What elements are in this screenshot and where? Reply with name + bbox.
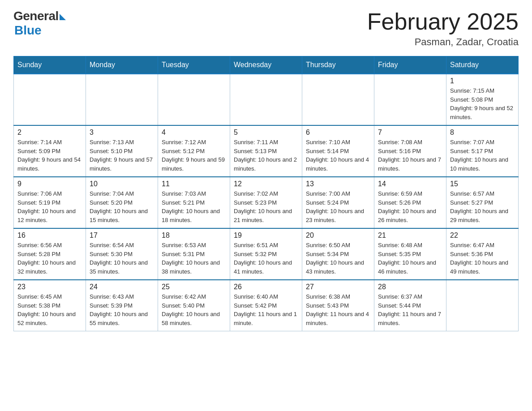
day-info: Sunrise: 7:07 AMSunset: 5:17 PMDaylight:… [450,138,515,173]
day-info: Sunrise: 7:12 AMSunset: 5:12 PMDaylight:… [162,138,226,173]
day-info: Sunrise: 6:37 AMSunset: 5:44 PMDaylight:… [378,292,442,327]
weekday-header: Monday [86,56,158,74]
calendar-cell: 3Sunrise: 7:13 AMSunset: 5:10 PMDaylight… [86,125,158,177]
calendar-cell: 7Sunrise: 7:08 AMSunset: 5:16 PMDaylight… [374,125,446,177]
day-info: Sunrise: 6:54 AMSunset: 5:30 PMDaylight:… [90,241,154,276]
calendar-header-row: SundayMondayTuesdayWednesdayThursdayFrid… [14,56,519,74]
day-number: 28 [378,283,442,291]
calendar-cell: 14Sunrise: 6:59 AMSunset: 5:26 PMDayligh… [374,177,446,228]
day-number: 13 [306,180,370,188]
calendar-cell: 16Sunrise: 6:56 AMSunset: 5:28 PMDayligh… [14,228,86,280]
day-info: Sunrise: 7:15 AMSunset: 5:08 PMDaylight:… [450,86,515,121]
calendar-cell: 21Sunrise: 6:48 AMSunset: 5:35 PMDayligh… [374,228,446,280]
day-number: 12 [234,180,298,188]
calendar-cell: 11Sunrise: 7:03 AMSunset: 5:21 PMDayligh… [158,177,230,228]
weekday-header: Sunday [14,56,86,74]
day-info: Sunrise: 6:43 AMSunset: 5:39 PMDaylight:… [90,292,154,327]
day-info: Sunrise: 6:48 AMSunset: 5:35 PMDaylight:… [378,241,442,276]
calendar-cell: 24Sunrise: 6:43 AMSunset: 5:39 PMDayligh… [86,280,158,331]
calendar-cell: 23Sunrise: 6:45 AMSunset: 5:38 PMDayligh… [14,280,86,331]
day-number: 19 [234,231,298,240]
day-number: 9 [17,180,82,188]
logo-general-text: General [13,9,59,23]
day-info: Sunrise: 7:02 AMSunset: 5:23 PMDaylight:… [234,189,298,224]
day-info: Sunrise: 7:00 AMSunset: 5:24 PMDaylight:… [306,189,370,224]
calendar-table: SundayMondayTuesdayWednesdayThursdayFrid… [13,56,519,331]
day-info: Sunrise: 7:03 AMSunset: 5:21 PMDaylight:… [162,189,226,224]
day-info: Sunrise: 7:10 AMSunset: 5:14 PMDaylight:… [306,138,370,173]
day-info: Sunrise: 6:53 AMSunset: 5:31 PMDaylight:… [162,241,226,276]
month-title: February 2025 [367,9,519,34]
calendar-week-row: 16Sunrise: 6:56 AMSunset: 5:28 PMDayligh… [14,228,519,280]
day-number: 22 [450,231,515,240]
calendar-cell: 5Sunrise: 7:11 AMSunset: 5:13 PMDaylight… [230,125,302,177]
day-info: Sunrise: 7:04 AMSunset: 5:20 PMDaylight:… [90,189,154,224]
calendar-cell: 19Sunrise: 6:51 AMSunset: 5:32 PMDayligh… [230,228,302,280]
day-info: Sunrise: 6:38 AMSunset: 5:43 PMDaylight:… [306,292,370,327]
calendar-cell: 2Sunrise: 7:14 AMSunset: 5:09 PMDaylight… [14,125,86,177]
calendar-cell: 27Sunrise: 6:38 AMSunset: 5:43 PMDayligh… [302,280,374,331]
day-number: 2 [17,128,82,137]
day-info: Sunrise: 6:40 AMSunset: 5:42 PMDaylight:… [234,292,298,327]
calendar-cell: 1Sunrise: 7:15 AMSunset: 5:08 PMDaylight… [446,74,519,125]
calendar-cell: 13Sunrise: 7:00 AMSunset: 5:24 PMDayligh… [302,177,374,228]
calendar-week-row: 1Sunrise: 7:15 AMSunset: 5:08 PMDaylight… [14,74,519,125]
calendar-cell: 8Sunrise: 7:07 AMSunset: 5:17 PMDaylight… [446,125,519,177]
calendar-cell: 20Sunrise: 6:50 AMSunset: 5:34 PMDayligh… [302,228,374,280]
day-number: 8 [450,128,515,137]
weekday-header: Friday [374,56,446,74]
calendar-week-row: 9Sunrise: 7:06 AMSunset: 5:19 PMDaylight… [14,177,519,228]
day-info: Sunrise: 6:57 AMSunset: 5:27 PMDaylight:… [450,189,515,224]
calendar-cell [374,74,446,125]
weekday-header: Wednesday [230,56,302,74]
weekday-header: Tuesday [158,56,230,74]
page-header: General Blue February 2025 Pasman, Zadar… [13,9,519,48]
calendar-cell: 28Sunrise: 6:37 AMSunset: 5:44 PMDayligh… [374,280,446,331]
calendar-cell: 15Sunrise: 6:57 AMSunset: 5:27 PMDayligh… [446,177,519,228]
weekday-header: Saturday [446,56,519,74]
day-number: 17 [90,231,154,240]
calendar-cell [446,280,519,331]
day-info: Sunrise: 6:42 AMSunset: 5:40 PMDaylight:… [162,292,226,327]
location: Pasman, Zadar, Croatia [367,36,519,48]
calendar-cell [86,74,158,125]
calendar-cell [158,74,230,125]
day-number: 24 [90,283,154,291]
day-number: 14 [378,180,442,188]
day-info: Sunrise: 6:50 AMSunset: 5:34 PMDaylight:… [306,241,370,276]
calendar-cell: 26Sunrise: 6:40 AMSunset: 5:42 PMDayligh… [230,280,302,331]
calendar-cell: 25Sunrise: 6:42 AMSunset: 5:40 PMDayligh… [158,280,230,331]
day-number: 15 [450,180,515,188]
day-number: 1 [450,77,515,85]
day-number: 16 [17,231,82,240]
calendar-week-row: 2Sunrise: 7:14 AMSunset: 5:09 PMDaylight… [14,125,519,177]
calendar-cell: 4Sunrise: 7:12 AMSunset: 5:12 PMDaylight… [158,125,230,177]
day-number: 5 [234,128,298,137]
calendar-cell [302,74,374,125]
calendar-cell: 22Sunrise: 6:47 AMSunset: 5:36 PMDayligh… [446,228,519,280]
day-info: Sunrise: 6:51 AMSunset: 5:32 PMDaylight:… [234,241,298,276]
day-number: 7 [378,128,442,137]
calendar-week-row: 23Sunrise: 6:45 AMSunset: 5:38 PMDayligh… [14,280,519,331]
calendar-cell: 10Sunrise: 7:04 AMSunset: 5:20 PMDayligh… [86,177,158,228]
logo: General Blue [13,9,66,38]
day-info: Sunrise: 6:45 AMSunset: 5:38 PMDaylight:… [17,292,82,327]
day-number: 26 [234,283,298,291]
day-number: 27 [306,283,370,291]
weekday-header: Thursday [302,56,374,74]
calendar-cell: 9Sunrise: 7:06 AMSunset: 5:19 PMDaylight… [14,177,86,228]
calendar-cell: 18Sunrise: 6:53 AMSunset: 5:31 PMDayligh… [158,228,230,280]
calendar-cell: 17Sunrise: 6:54 AMSunset: 5:30 PMDayligh… [86,228,158,280]
day-number: 23 [17,283,82,291]
day-info: Sunrise: 7:06 AMSunset: 5:19 PMDaylight:… [17,189,82,224]
logo-triangle-icon [60,14,66,20]
day-info: Sunrise: 6:56 AMSunset: 5:28 PMDaylight:… [17,241,82,276]
day-number: 11 [162,180,226,188]
day-number: 3 [90,128,154,137]
calendar-cell [230,74,302,125]
day-info: Sunrise: 7:11 AMSunset: 5:13 PMDaylight:… [234,138,298,173]
day-number: 25 [162,283,226,291]
calendar-cell [14,74,86,125]
calendar-cell: 12Sunrise: 7:02 AMSunset: 5:23 PMDayligh… [230,177,302,228]
day-info: Sunrise: 6:47 AMSunset: 5:36 PMDaylight:… [450,241,515,276]
